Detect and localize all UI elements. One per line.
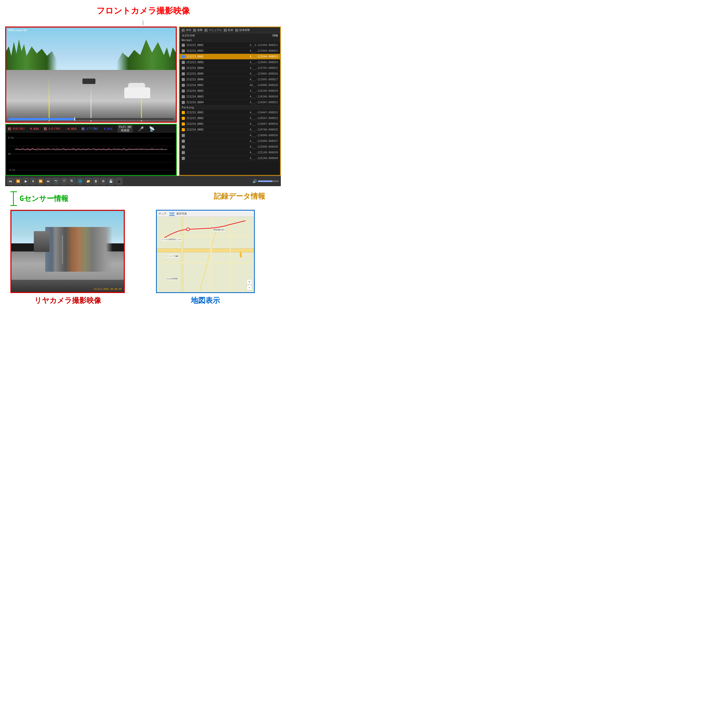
rear-timestamp: 211213_0002 00:00:09 (94, 288, 122, 291)
map-zoom-out[interactable]: − (247, 285, 252, 290)
map-tab-aerial[interactable]: 航空写真 (176, 212, 187, 216)
btn-zoom[interactable]: 🔍 (69, 178, 75, 185)
front-camera-scene (6, 27, 176, 122)
map-zoom-controls: + − (247, 279, 252, 290)
map-zoom-in[interactable]: + (247, 279, 252, 285)
mic-icon[interactable]: 🎤 (138, 126, 144, 131)
data-row-id: A___-123945-000027 (250, 78, 278, 81)
progress-bar[interactable] (8, 118, 173, 120)
btn-last[interactable]: ⏭ (45, 178, 51, 185)
data-group-label: Normal (180, 38, 280, 42)
btn-record[interactable]: 🎬 (60, 178, 68, 185)
data-row[interactable]: 211213_0005A___-123845-000026 (180, 71, 280, 77)
data-row[interactable]: A___-125249-000040 (180, 155, 280, 161)
btn-prev[interactable]: ⏪ (15, 178, 21, 185)
data-row[interactable]: A___-125048-000038 (180, 144, 280, 150)
gsensor-x-value: 0.02G (30, 127, 39, 131)
map-box[interactable]: マップ 地図 航空写真 (156, 210, 255, 293)
data-row[interactable]: 211213_0002A___-123444-000022 (180, 48, 280, 54)
rear-camera-box: 211213_0002 00:00:09 (11, 210, 125, 293)
data-row-icon (182, 89, 185, 93)
data-row-icon (182, 44, 185, 47)
btn-pause[interactable]: ⏸ (30, 178, 36, 185)
data-row[interactable]: A___-124948-000037 (180, 138, 280, 144)
btn-screenshot[interactable]: 📷 (53, 178, 60, 185)
gsensor-label: Gセンサー情報 (20, 194, 68, 203)
data-row-name: 211213_0002 (186, 50, 250, 52)
gsensor-y-value: -0.02G (66, 127, 77, 131)
map-caption: 地図表示 (191, 295, 220, 306)
data-row-id: A___-123845-000026 (250, 72, 278, 75)
data-row-icon (182, 111, 185, 114)
gsensor-z-value: 0.01G (104, 127, 112, 131)
data-row-icon (182, 84, 185, 87)
data-row-id: A___-124948-000037 (250, 140, 278, 142)
btn-play[interactable]: ▶ (23, 178, 29, 185)
volume-slider[interactable] (258, 181, 279, 182)
filter-manual[interactable]: マニュアル (205, 28, 222, 32)
data-row[interactable]: 211213_0002A___-124547-000033 (180, 115, 280, 121)
data-row[interactable]: 211213_0002A___-123544-000023 (180, 54, 280, 60)
filter-normal[interactable]: 常時 (182, 28, 191, 32)
svg-point-1 (187, 228, 189, 231)
gsensor-x-label: 前後(X軸) (12, 127, 25, 131)
data-row[interactable]: 211213_0006A___-123945-000027 (180, 77, 280, 83)
data-row-icon (182, 55, 185, 58)
filter-parking[interactable]: 駐車 (224, 28, 233, 32)
data-row-icon (182, 61, 185, 64)
volume-icon: 🔊 (252, 179, 257, 183)
data-row[interactable]: A___-125149-000039 (180, 150, 280, 155)
data-row-id: AG__-124046-000028 (250, 84, 278, 87)
data-row[interactable]: 211214_0003A___-124246-000030 (180, 94, 280, 99)
filter-park-shock[interactable]: 駐車衝撃 (235, 28, 250, 32)
data-row[interactable]: 211214_0001AG__-124046-000028 (180, 83, 280, 88)
data-row[interactable]: 211214_0004A___-124347-000031 (180, 99, 280, 105)
gsensor-z-checkbox[interactable]: 上下(Z軸) (81, 127, 98, 131)
data-row[interactable]: 211213_0004A___-123745-000025 (180, 65, 280, 71)
btn-globe[interactable]: 🌐 (77, 178, 84, 185)
data-row-id: A___-123444-000022 (250, 50, 278, 52)
data-row-id: A___-124647-000034 (250, 122, 278, 125)
data-row[interactable]: A___-124848-000036 (180, 133, 280, 138)
data-row[interactable]: 211213_0001A__S-123344-000021 (180, 42, 280, 48)
data-row[interactable]: 211213_0003A___-123645-000024 (180, 60, 280, 65)
data-row-id: A___-124347-000031 (250, 101, 278, 104)
gsensor-x-checkbox[interactable]: 前後(X軸) (8, 127, 25, 131)
gsensor-y-checkbox[interactable]: 左右(Y軸) (44, 127, 61, 131)
grid-label-mid: 0G (8, 152, 11, 155)
btn-ff[interactable]: ⏩ (37, 178, 44, 185)
map-place-1: 東能運輸(株) (213, 228, 225, 231)
data-row-name: 211213_0003 (186, 61, 250, 64)
gsensor-box: 前後(X軸) 0.02G 左右(Y軸) -0.02G 上下(Z軸) 0.01 (5, 124, 177, 176)
btn-folder[interactable]: 📁 (85, 178, 92, 185)
filter-shock[interactable]: 衝撃 (193, 28, 202, 32)
data-row-name: 211214_0004 (186, 101, 250, 104)
data-row[interactable]: 211214_0001A___-124647-000034 (180, 121, 280, 127)
btn-mobile[interactable]: 📱 (115, 178, 122, 185)
volume-control: 🔊 (252, 179, 279, 183)
data-row-id: A___-124748-000035 (250, 128, 278, 131)
data-row-id: A___-123745-000025 (250, 66, 278, 69)
data-row[interactable]: 211214_0002A___-124146-000029 (180, 88, 280, 94)
data-row-id: A__S-123344-000021 (250, 44, 278, 47)
data-row-icon (182, 140, 185, 143)
data-row[interactable]: 211213_0001A___-124447-000032 (180, 110, 280, 115)
map-label-text: マップ (158, 212, 166, 216)
btn-first[interactable]: ⏮ (7, 178, 14, 185)
main-title: フロントカメラ撮影映像 (5, 5, 281, 17)
btn-save[interactable]: 💾 (107, 178, 115, 185)
title-arrow: ｜ (5, 19, 281, 26)
gps-icon: 📡 (149, 126, 155, 131)
data-row-icon (182, 122, 185, 125)
data-row-icon (182, 157, 185, 160)
data-row-id: A___-125048-000038 (250, 145, 278, 148)
map-tab-photo[interactable]: 地図 (169, 212, 175, 216)
map-place-4: わかば保育園 (166, 277, 178, 280)
right-panel: 常時 衝撃 マニュアル 駐車 駐車衝撃 (179, 27, 281, 176)
data-row-icon (182, 128, 185, 131)
btn-delete[interactable]: 🗑 (93, 178, 99, 185)
data-row-name: 211214_0002 (186, 89, 250, 92)
data-row-id: A___-124246-000030 (250, 95, 278, 98)
data-row[interactable]: 211214_0002A___-124748-000035 (180, 127, 280, 133)
btn-settings[interactable]: ⚙ (100, 178, 106, 185)
